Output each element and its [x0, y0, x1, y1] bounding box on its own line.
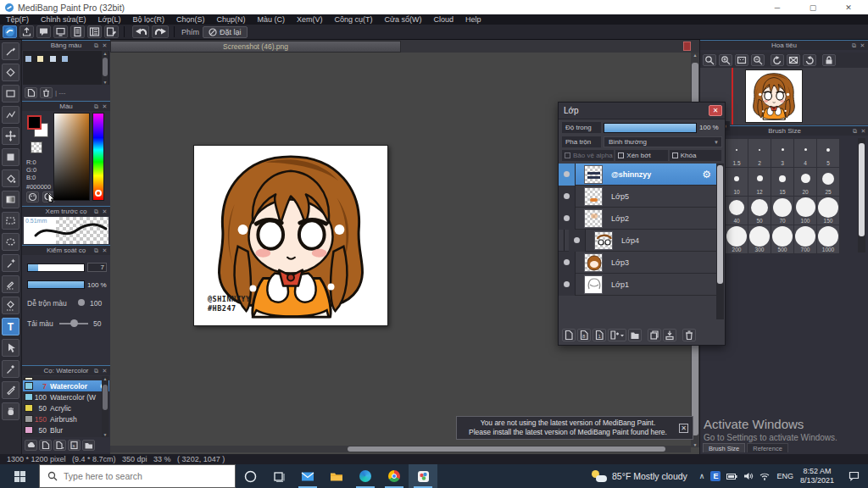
- tab-brush-size[interactable]: Brush Size: [703, 443, 745, 452]
- zoom-out-icon[interactable]: [751, 54, 765, 66]
- menu-layer[interactable]: Lớp(L): [92, 15, 127, 24]
- popout-icon[interactable]: ⧉: [92, 42, 100, 49]
- menu-edit[interactable]: Chỉnh sửa(E): [35, 15, 92, 24]
- blend-mode-dropdown[interactable]: Bình thường ▼: [604, 136, 722, 147]
- task-view-icon[interactable]: [264, 464, 293, 488]
- shape-rect-tool-icon[interactable]: [2, 85, 19, 103]
- brush-size-cell[interactable]: 15: [771, 168, 793, 196]
- polyline-tool-icon[interactable]: [2, 106, 19, 124]
- layers-panel-header[interactable]: Lớp ✕: [559, 103, 725, 119]
- text-tool-icon[interactable]: T: [2, 318, 19, 336]
- upload-icon[interactable]: [19, 25, 34, 38]
- zoom-in-icon[interactable]: [719, 54, 732, 66]
- tab-menu-button[interactable]: [683, 42, 691, 51]
- hue-bar[interactable]: [92, 113, 104, 201]
- canvas-hscrollbar[interactable]: [110, 446, 691, 452]
- brush-size-cell[interactable]: 300: [748, 225, 771, 253]
- close-panel-icon[interactable]: ✕: [860, 127, 867, 135]
- saturation-value-field[interactable]: [53, 113, 90, 201]
- brush-row-watercolor[interactable]: 7 Watercolor ⚙: [23, 380, 109, 391]
- fit-window-icon[interactable]: [735, 54, 748, 66]
- taskbar-search[interactable]: [39, 464, 236, 488]
- chrome-icon[interactable]: [380, 464, 409, 488]
- palette-swatch[interactable]: [49, 55, 57, 63]
- palette-scrollbar[interactable]: ▲▼: [102, 51, 108, 85]
- brush-size-cell[interactable]: 70: [771, 197, 793, 225]
- taskbar-weather[interactable]: 85°F Mostly cloudy: [592, 470, 687, 482]
- brush-size-value[interactable]: 7: [87, 263, 107, 272]
- brush-opacity-slider[interactable]: [27, 280, 85, 289]
- menu-cloud[interactable]: Cloud: [428, 15, 460, 24]
- brush-tool-icon[interactable]: [2, 42, 19, 60]
- brush-size-cell[interactable]: 10: [726, 168, 748, 196]
- delete-layer-icon[interactable]: [682, 329, 696, 341]
- visibility-toggle[interactable]: [559, 252, 576, 274]
- popout-icon[interactable]: ⧉: [92, 208, 100, 215]
- layer-row-5[interactable]: Lớp5: [559, 186, 718, 208]
- brush-size-cell[interactable]: 40: [726, 197, 748, 225]
- comment-icon[interactable]: [36, 25, 51, 38]
- tab-reference[interactable]: Reference: [747, 443, 788, 452]
- medibang-taskbar-icon[interactable]: [409, 464, 437, 488]
- layer-list-scrollbar[interactable]: [716, 164, 724, 319]
- edge-icon[interactable]: [351, 464, 380, 488]
- reset-button[interactable]: Đặt lại: [203, 26, 248, 38]
- popout-icon[interactable]: ⧉: [851, 127, 859, 135]
- panel-edit-icon[interactable]: [104, 25, 119, 38]
- cloud-save-icon[interactable]: [3, 25, 17, 38]
- cloud-brush-icon[interactable]: [25, 440, 37, 451]
- select-eraser-tool-icon[interactable]: [2, 297, 19, 314]
- mix-knob[interactable]: [78, 299, 85, 306]
- menu-tools[interactable]: Công cụ(T): [329, 15, 379, 24]
- palette-swatch[interactable]: [61, 55, 69, 63]
- visibility-toggle[interactable]: [559, 208, 576, 230]
- language-indicator[interactable]: ENG: [776, 472, 793, 480]
- foreground-color-swatch[interactable]: [27, 115, 42, 130]
- palette-swatch[interactable]: [36, 55, 44, 63]
- brush-list-scrollbar[interactable]: ▲▼: [102, 376, 108, 437]
- menu-view[interactable]: Xem(V): [291, 15, 329, 24]
- tray-expand-icon[interactable]: ∧: [699, 472, 705, 480]
- mail-icon[interactable]: [293, 464, 322, 488]
- brush-size-slider[interactable]: [27, 263, 85, 272]
- delete-palette-icon[interactable]: [40, 87, 53, 98]
- popout-icon[interactable]: ⧉: [92, 247, 100, 254]
- operation-tool-icon[interactable]: [2, 339, 19, 357]
- brush-size-cell[interactable]: 20: [794, 168, 816, 196]
- close-panel-icon[interactable]: ✕: [859, 42, 866, 49]
- brush-size-cell[interactable]: 4: [794, 139, 816, 167]
- menu-capture[interactable]: Chụp(N): [211, 15, 252, 24]
- brush-size-cell[interactable]: 150: [817, 197, 839, 225]
- lock-icon[interactable]: [822, 54, 836, 66]
- tray-e-app-icon[interactable]: E: [710, 471, 721, 481]
- brush-size-cell[interactable]: 12: [748, 168, 771, 196]
- rotate-ccw-icon[interactable]: [771, 54, 784, 66]
- hand-tool-icon[interactable]: [2, 402, 19, 420]
- palette-swatch-area[interactable]: ▲▼: [23, 51, 109, 85]
- popout-icon[interactable]: ⧉: [850, 42, 858, 49]
- visibility-toggle[interactable]: [559, 274, 576, 296]
- duplicate-layer-icon[interactable]: [648, 329, 661, 341]
- layer-row-3[interactable]: Lớp3: [559, 252, 718, 274]
- search-input[interactable]: [64, 471, 208, 481]
- layer-row-2[interactable]: Lớp2: [559, 208, 718, 230]
- brush-row-acrylic[interactable]: 50 Acrylic: [23, 402, 109, 413]
- menu-file[interactable]: Tệp(F): [0, 15, 35, 24]
- add-layer-menu-icon[interactable]: [608, 329, 626, 341]
- brush-row-watercolor-wet[interactable]: 100 Watercolor (W: [23, 391, 109, 402]
- close-panel-icon[interactable]: ✕: [101, 103, 108, 110]
- close-panel-icon[interactable]: ✕: [101, 208, 108, 215]
- rotate-cw-icon[interactable]: [803, 54, 816, 66]
- layer-row-shinnzyy[interactable]: @shinnzyy ⚙: [559, 164, 718, 186]
- brush-size-cell[interactable]: 50: [748, 197, 771, 225]
- wifi-icon[interactable]: [760, 469, 770, 484]
- new-layer-icon[interactable]: [562, 329, 576, 341]
- reset-rotation-icon[interactable]: [787, 54, 800, 66]
- brush-size-cell[interactable]: 2: [748, 139, 771, 167]
- brush-size-cell[interactable]: 3: [771, 139, 793, 167]
- zoom-actual-icon[interactable]: [703, 54, 716, 66]
- file-explorer-icon[interactable]: [322, 464, 351, 488]
- menu-filter[interactable]: Bộ lọc(R): [126, 15, 170, 24]
- brush-size-cell[interactable]: 100: [794, 197, 816, 225]
- new-1bit-layer-icon[interactable]: 1: [593, 329, 606, 341]
